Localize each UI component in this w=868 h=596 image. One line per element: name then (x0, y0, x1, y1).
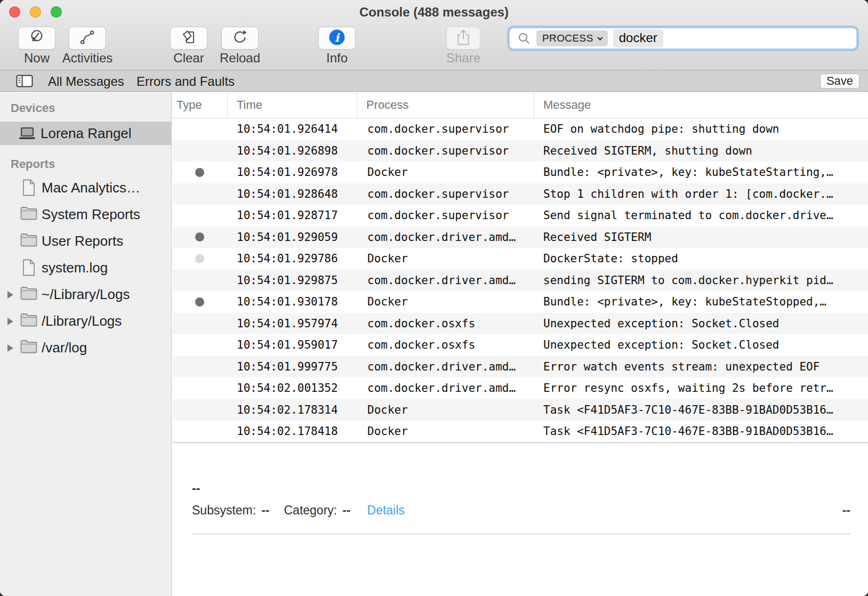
search-field[interactable]: PROCESS docker (509, 28, 857, 49)
table-row[interactable]: 10:54:02.178418 Docker Task <F41D5AF3-7C… (172, 421, 868, 442)
log-process: Docker (357, 166, 534, 179)
table-row[interactable]: 10:54:01.928648 com.docker.supervisor St… (172, 183, 868, 205)
log-process: com.docker.supervisor (357, 209, 534, 222)
column-header-message[interactable]: Message (534, 92, 868, 118)
log-time: 10:54:01.929786 (227, 252, 357, 265)
disclosure-triangle-icon[interactable] (7, 291, 13, 299)
table-row[interactable]: 10:54:02.001352 com.docker.driver.amd… E… (172, 377, 868, 399)
info-button[interactable]: i Info (318, 27, 356, 65)
sidebar-report-item[interactable]: User Reports (0, 228, 171, 254)
log-message: Task <F41D5AF3-7C10-467E-83BB-91BAD0D53B… (534, 404, 868, 416)
log-process: com.docker.supervisor (357, 144, 534, 157)
category-value: -- (342, 503, 350, 518)
log-process: com.docker.driver.amd… (357, 274, 534, 287)
sidebar-report-item[interactable]: /var/log (0, 334, 171, 361)
device-label: Lorena Rangel (41, 122, 132, 146)
log-time: 10:54:01.929059 (227, 231, 357, 244)
table-header: Type Time Process Message (172, 92, 868, 118)
detail-message: -- (192, 481, 200, 496)
log-type-dot (195, 254, 204, 263)
activities-button[interactable]: Activities (62, 27, 113, 65)
toolbar: Now Activities Clear Reload (0, 23, 868, 70)
activities-icon (79, 29, 96, 48)
document-icon (22, 259, 36, 276)
details-link[interactable]: Details (367, 503, 405, 518)
folder-icon (20, 286, 37, 300)
table-row[interactable]: 10:54:01.930178 Docker Bundle: <private>… (172, 291, 868, 313)
log-type-cell (172, 297, 227, 307)
share-icon (455, 28, 471, 49)
log-process: com.docker.osxfs (357, 317, 534, 330)
table-row[interactable]: 10:54:01.926414 com.docker.supervisor EO… (172, 118, 868, 140)
log-message: EOF on watchdog pipe: shutting down (534, 123, 868, 135)
log-type-dot (195, 168, 204, 177)
log-process: Docker (357, 295, 534, 308)
log-time: 10:54:01.926414 (227, 123, 357, 135)
log-message: Stop 1 children with order 1: [com.docke… (534, 188, 868, 200)
reload-button[interactable]: Reload (220, 27, 260, 65)
log-message: Send signal terminated to com.docker.dri… (534, 209, 868, 222)
table-row[interactable]: 10:54:01.929786 Docker DockerState: stop… (172, 248, 868, 270)
disclosure-triangle-icon[interactable] (7, 318, 13, 325)
log-time: 10:54:01.930178 (227, 295, 357, 308)
log-type-cell (172, 168, 227, 177)
table-row[interactable]: 10:54:01.957974 com.docker.osxfs Unexpec… (172, 313, 868, 335)
table-row[interactable]: 10:54:01.959017 com.docker.osxfs Unexpec… (172, 334, 868, 356)
disclosure-triangle-icon[interactable] (7, 344, 13, 352)
info-icon: i (328, 28, 346, 49)
sidebar-item-label: system.log (42, 254, 108, 281)
share-button[interactable]: Share (446, 27, 480, 65)
titlebar[interactable]: Console (488 messages) (0, 0, 868, 23)
log-type-dot (195, 232, 204, 241)
log-message: Task <F41D5AF3-7C10-467E-83BB-91BAD0D53B… (534, 425, 868, 438)
sidebar-toggle-button[interactable] (16, 75, 33, 87)
table-row[interactable]: 10:54:01.926978 Docker Bundle: <private>… (172, 162, 868, 183)
sidebar: Devices Lorena Rangel Reports Mac Analyt… (0, 92, 172, 596)
log-time: 10:54:01.999775 (227, 360, 357, 373)
log-message: Error watch events stream: unexpected EO… (534, 360, 868, 373)
sidebar-item-device[interactable]: Lorena Rangel (0, 122, 171, 145)
folder-icon (20, 233, 37, 247)
log-process: com.docker.driver.amd… (357, 382, 534, 394)
save-button[interactable]: Save (820, 74, 859, 88)
log-time: 10:54:02.001352 (227, 382, 357, 394)
search-scope-label: PROCESS (542, 33, 593, 44)
log-time: 10:54:02.178418 (227, 425, 357, 438)
sidebar-report-item[interactable]: Mac Analytics… (0, 174, 171, 201)
log-message: sending SIGTERM to com.docker.hyperkit p… (534, 274, 868, 287)
table-row[interactable]: 10:54:01.926898 com.docker.supervisor Re… (172, 140, 868, 162)
log-time: 10:54:01.926978 (227, 166, 357, 179)
table-row[interactable]: 10:54:01.999775 com.docker.driver.amd… E… (172, 356, 868, 378)
tab-all-messages[interactable]: All Messages (48, 70, 124, 91)
sidebar-report-item[interactable]: System Reports (0, 201, 171, 228)
log-time: 10:54:01.928648 (227, 188, 357, 200)
column-header-type[interactable]: Type (172, 92, 227, 118)
sidebar-report-item[interactable]: ~/Library/Logs (0, 281, 171, 308)
now-button[interactable]: Now (18, 27, 55, 65)
subsystem-label: Subsystem: (192, 503, 256, 518)
column-header-time[interactable]: Time (227, 92, 357, 118)
log-message: Bundle: <private>, key: kubeStateStartin… (534, 166, 868, 179)
table-row[interactable]: 10:54:02.178314 Docker Task <F41D5AF3-7C… (172, 399, 868, 421)
sidebar-item-label: Mac Analytics… (42, 174, 140, 202)
folder-icon (20, 340, 37, 353)
clear-icon (180, 29, 197, 48)
tab-errors-and-faults[interactable]: Errors and Faults (136, 70, 235, 91)
table-row[interactable]: 10:54:01.928717 com.docker.supervisor Se… (172, 205, 868, 227)
sidebar-report-item[interactable]: /Library/Logs (0, 308, 171, 334)
table-row[interactable]: 10:54:01.929875 com.docker.driver.amd… s… (172, 270, 868, 292)
log-message: Received SIGTERM, shutting down (534, 144, 868, 157)
log-type-cell (172, 232, 227, 241)
document-icon (22, 179, 36, 196)
search-term[interactable]: docker (613, 29, 663, 47)
log-table-body: 10:54:01.926414 com.docker.supervisor EO… (172, 118, 868, 442)
window-title: Console (488 messages) (0, 0, 868, 23)
reload-icon (231, 29, 248, 48)
log-process: com.docker.supervisor (357, 123, 534, 135)
filter-bar: All Messages Errors and Faults Save (0, 70, 868, 92)
search-scope-token[interactable]: PROCESS (536, 30, 608, 46)
column-header-process[interactable]: Process (357, 92, 534, 118)
table-row[interactable]: 10:54:01.929059 com.docker.driver.amd… R… (172, 227, 868, 248)
clear-button[interactable]: Clear (170, 27, 207, 65)
sidebar-report-item[interactable]: system.log (0, 254, 171, 281)
